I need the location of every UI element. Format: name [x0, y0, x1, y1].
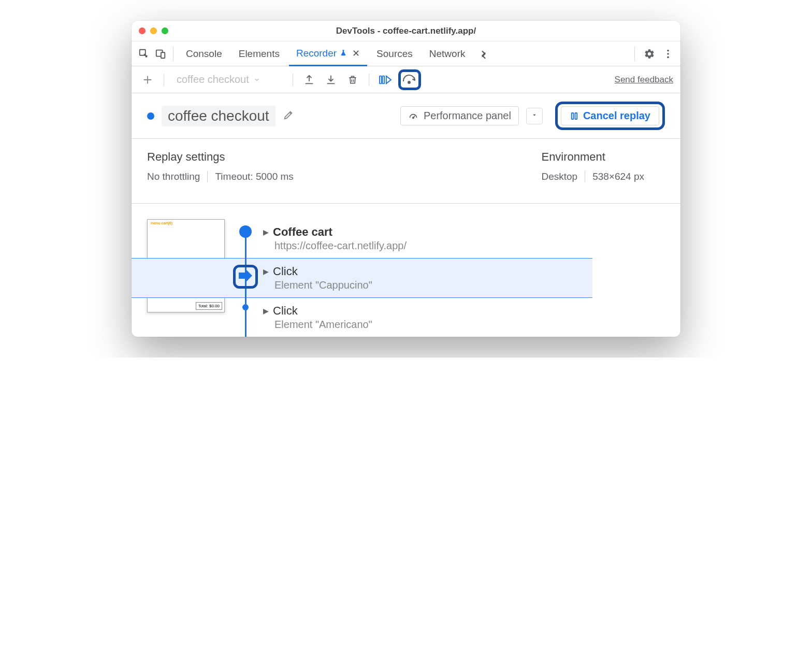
highlight-step-over [398, 69, 421, 90]
highlight-current-marker [233, 265, 258, 289]
separator [207, 171, 208, 182]
settings-section: Replay settings No throttling Timeout: 5… [132, 139, 680, 204]
separator [164, 74, 164, 86]
step-title: Click [273, 265, 298, 278]
svg-point-3 [667, 49, 669, 51]
svg-point-4 [667, 53, 669, 55]
export-icon[interactable] [300, 71, 318, 89]
device-value: Desktop [541, 171, 577, 182]
timeline-dot-icon [242, 304, 249, 310]
titlebar: DevTools - coffee-cart.netlify.app/ [132, 21, 680, 41]
step-subtitle: Element "Cappucino" [274, 279, 372, 291]
step-item[interactable]: ▶ Click Element "Americano" [235, 298, 680, 337]
tab-elements[interactable]: Elements [231, 41, 287, 66]
recorder-toolbar: coffee checkout Send feedback [132, 66, 680, 93]
environment-settings: Environment Desktop 538×624 px [541, 150, 644, 182]
step-over-icon[interactable] [402, 73, 417, 87]
timeline-dot-icon [239, 225, 252, 238]
gauge-icon [408, 111, 418, 121]
kebab-icon[interactable] [661, 47, 675, 61]
step-title: Click [273, 304, 298, 318]
replay-settings: Replay settings No throttling Timeout: 5… [147, 150, 294, 182]
send-feedback-link[interactable]: Send feedback [615, 75, 673, 85]
svg-point-9 [413, 117, 414, 119]
step-replay-icon[interactable] [376, 71, 394, 89]
inspect-icon[interactable] [137, 47, 151, 61]
step-title: Coffee cart [273, 225, 332, 239]
recording-select[interactable]: coffee checkout [171, 72, 285, 88]
tab-recorder[interactable]: Recorder ✕ [289, 41, 367, 66]
environment-heading: Environment [541, 150, 644, 164]
add-icon[interactable] [139, 71, 156, 89]
edit-icon[interactable] [283, 109, 294, 123]
svg-rect-11 [575, 113, 577, 119]
separator [369, 74, 369, 86]
tabs-row: Console Elements Recorder ✕ Sources Netw… [132, 41, 680, 66]
step-item[interactable]: ▶ Coffee cart https://coffee-cart.netlif… [235, 219, 680, 258]
tab-network[interactable]: Network [422, 41, 473, 66]
step-subtitle: https://coffee-cart.netlify.app/ [274, 240, 407, 252]
tab-sources[interactable]: Sources [369, 41, 420, 66]
separator [634, 47, 635, 61]
throttling-value[interactable]: No throttling [147, 171, 200, 182]
svg-rect-7 [383, 76, 385, 83]
panel-select-chevron[interactable] [526, 108, 543, 124]
svg-rect-10 [572, 113, 574, 119]
steps-area: menu cart(0) Total: $0.00 ▶ [132, 204, 680, 337]
devtools-window: DevTools - coffee-cart.netlify.app/ Cons… [132, 21, 680, 337]
recording-status-dot [147, 112, 154, 120]
separator [293, 74, 293, 86]
arrow-right-icon [238, 269, 253, 282]
replay-settings-heading: Replay settings [147, 150, 294, 164]
gear-icon[interactable] [642, 47, 657, 61]
flask-icon [340, 48, 347, 59]
separator [173, 47, 173, 61]
step-subtitle: Element "Americano" [274, 319, 372, 331]
timeout-value[interactable]: Timeout: 5000 ms [215, 171, 293, 182]
window-title: DevTools - coffee-cart.netlify.app/ [132, 26, 680, 36]
chevron-right-icon[interactable]: ▶ [263, 228, 269, 236]
chevron-right-icon[interactable]: ▶ [263, 267, 269, 276]
tab-console[interactable]: Console [179, 41, 229, 66]
highlight-cancel: Cancel replay [555, 102, 665, 130]
recording-name[interactable]: coffee checkout [162, 106, 276, 126]
import-icon[interactable] [322, 71, 340, 89]
device-toggle-icon[interactable] [153, 47, 168, 61]
performance-panel-select[interactable]: Performance panel [400, 106, 519, 125]
svg-point-5 [667, 56, 669, 58]
svg-rect-6 [380, 76, 382, 83]
tab-more[interactable] [474, 41, 493, 66]
svg-rect-2 [161, 52, 165, 58]
svg-point-8 [408, 81, 410, 83]
close-icon[interactable]: ✕ [352, 48, 360, 59]
separator [585, 171, 585, 182]
step-item-current[interactable]: ▶ Click Element "Cappucino" [132, 258, 592, 298]
chevron-right-icon[interactable]: ▶ [263, 307, 269, 315]
pause-icon [570, 111, 579, 121]
trash-icon[interactable] [344, 71, 361, 89]
dimensions-value: 538×624 px [592, 171, 644, 182]
cancel-replay-button[interactable]: Cancel replay [561, 106, 659, 125]
recording-header: coffee checkout Performance panel Cancel… [132, 93, 680, 139]
